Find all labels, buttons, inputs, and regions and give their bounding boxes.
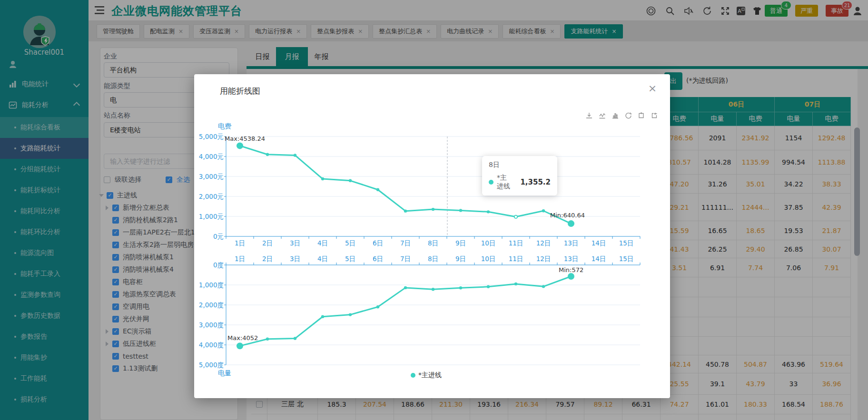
tooltip-category: 8日: [489, 161, 551, 169]
line-chart: 5,000元4,000元3,000元2,000元1,000元0元1日2日3日4日…: [194, 74, 670, 398]
page: Shacrel001 电能统计能耗分析 能耗综合看板支路能耗统计分组能耗统计能耗…: [0, 0, 868, 420]
x-tick-label: 10日: [481, 239, 496, 247]
legend-label: *主进线: [418, 371, 442, 380]
x-tick-label: 11日: [509, 239, 523, 247]
data-point: [349, 313, 352, 316]
x-tick-label: 15日: [619, 239, 634, 247]
x-tick-label: 7日: [400, 239, 411, 247]
x-tick-label: 1日: [235, 255, 245, 263]
x-tick-label: 14日: [592, 255, 606, 263]
data-point: [349, 179, 352, 182]
chart-tooltip: 8日 *主进线 1,355.2: [482, 156, 557, 195]
x-tick-label: 3日: [290, 255, 300, 263]
data-point: [514, 283, 517, 285]
x-tick-label: 3日: [290, 239, 300, 247]
refresh-icon[interactable]: [626, 113, 631, 118]
line-chart-icon[interactable]: [600, 114, 605, 118]
data-point: [514, 215, 517, 218]
x-tick-label: 6日: [373, 239, 383, 247]
x-tick-label: 11日: [509, 255, 523, 263]
zoom-icon[interactable]: [639, 112, 643, 118]
y-tick-label: 5,000元: [199, 133, 224, 140]
data-point: [266, 153, 269, 156]
x-tick-label: 10日: [481, 255, 496, 263]
data-point: [432, 208, 434, 211]
energy-line-chart-modal: 用能折线图 × 5,000元4,000元3,000元2,000元1,000元0元…: [194, 74, 670, 398]
data-point: [542, 285, 545, 288]
x-tick-label: 8日: [428, 255, 438, 263]
y-tick-label: 3,000度: [199, 321, 224, 329]
x-tick-label: 4日: [317, 239, 328, 247]
data-point: [459, 209, 462, 212]
restore-icon[interactable]: [652, 113, 657, 117]
top-axis-name: 电费: [218, 122, 231, 131]
data-point: [432, 288, 434, 291]
min-label: Min:640.64: [550, 212, 585, 219]
data-point: [568, 220, 574, 227]
data-point: [542, 209, 545, 212]
x-tick-label: 5日: [345, 255, 355, 263]
download-icon[interactable]: [586, 113, 592, 118]
x-tick-label: 1日: [235, 239, 245, 247]
data-point: [568, 273, 574, 280]
x-tick-label: 9日: [455, 255, 466, 263]
tooltip-series: *主进线: [497, 174, 513, 191]
x-tick-label: 4日: [317, 255, 328, 263]
x-tick-label: 9日: [455, 239, 466, 247]
data-point: [237, 142, 243, 149]
series-dot-icon: [489, 180, 493, 185]
x-tick-label: 6日: [373, 255, 383, 263]
y-tick-label: 4,000元: [199, 153, 224, 160]
min-label: Min:572: [559, 266, 583, 273]
y-tick-label: 4,000度: [199, 341, 224, 349]
data-point: [376, 188, 379, 191]
x-tick-label: 8日: [428, 239, 438, 247]
x-tick-label: 2日: [262, 239, 273, 247]
x-tick-label: 7日: [400, 255, 411, 263]
y-tick-label: 5,000度: [199, 361, 224, 369]
bottom-axis-name: 电量: [218, 369, 231, 378]
x-tick-label: 12日: [536, 255, 551, 263]
data-point: [487, 285, 490, 288]
x-tick-label: 13日: [564, 239, 579, 247]
data-point: [237, 342, 243, 349]
x-tick-label: 2日: [262, 255, 273, 263]
y-tick-label: 3,000元: [199, 173, 224, 180]
y-tick-label: 2,000度: [199, 301, 224, 309]
x-tick-label: 12日: [536, 239, 551, 247]
tooltip-value: 1,355.2: [520, 178, 551, 186]
y-tick-label: 0度: [213, 261, 224, 269]
data-point: [266, 338, 269, 341]
y-tick-label: 0元: [213, 233, 224, 240]
data-point: [294, 154, 296, 156]
bar-chart-icon[interactable]: [612, 114, 618, 118]
x-tick-label: 13日: [564, 255, 579, 263]
max-label: Max:4052: [227, 334, 258, 342]
max-label: Max:4538.24: [225, 135, 265, 142]
data-point: [404, 286, 407, 289]
chart-legend[interactable]: *主进线: [411, 371, 442, 380]
data-point: [321, 315, 324, 318]
y-tick-label: 1,000元: [199, 213, 224, 220]
data-point: [321, 177, 324, 180]
y-tick-label: 2,000元: [199, 193, 224, 200]
data-point: [376, 305, 379, 308]
legend-dot-icon: [411, 373, 415, 378]
data-point: [459, 286, 462, 289]
y-tick-label: 1,000度: [199, 281, 224, 289]
data-point: [487, 210, 490, 213]
x-tick-label: 15日: [619, 255, 634, 263]
x-tick-label: 5日: [345, 239, 355, 247]
data-point: [294, 337, 296, 340]
data-point: [404, 209, 407, 212]
x-tick-label: 14日: [592, 239, 606, 247]
